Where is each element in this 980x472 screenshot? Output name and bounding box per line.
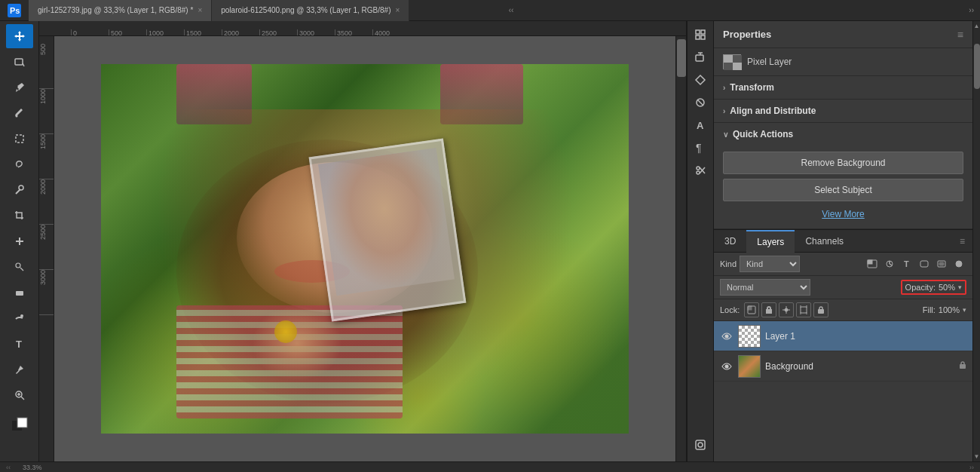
eraser-tool[interactable] (6, 280, 33, 305)
move-tool[interactable] (6, 24, 33, 48)
pen-tool[interactable] (6, 357, 33, 382)
frame-icon-btn[interactable] (690, 434, 711, 455)
transform-section-header[interactable]: › Transform (714, 76, 972, 99)
opacity-value[interactable]: 50% (939, 283, 955, 292)
fill-chevron[interactable]: ▾ (963, 306, 966, 314)
collapse-left-arrow[interactable]: ‹‹ (509, 6, 514, 14)
nav-right-arrow[interactable]: ›› (969, 464, 974, 471)
blend-mode-dropdown[interactable]: Normal (720, 279, 810, 296)
opacity-chevron[interactable]: ▾ (958, 284, 962, 291)
lock-position-btn[interactable] (779, 302, 794, 317)
smudge-tool[interactable] (6, 306, 33, 330)
tab-layers[interactable]: Layers (746, 230, 795, 253)
quick-actions-header[interactable]: ∨ Quick Actions (714, 123, 972, 146)
layers-tab-menu[interactable]: ≡ (952, 236, 972, 247)
brush-tool[interactable] (6, 101, 33, 125)
scissors-icon-btn[interactable] (690, 160, 711, 181)
properties-icon-btn[interactable] (690, 24, 711, 45)
status-text: 33.3% (23, 464, 42, 471)
properties-title: Properties (723, 29, 771, 40)
kind-shape-icon[interactable] (917, 256, 932, 271)
background-visibility-toggle[interactable] (720, 360, 733, 373)
scrollbar-vertical[interactable] (675, 36, 686, 461)
tab-girl-close[interactable]: × (198, 6, 202, 14)
svg-text:A: A (697, 120, 704, 131)
select-subject-button[interactable]: Select Subject (723, 179, 963, 201)
lock-transparency-btn[interactable] (744, 302, 759, 317)
kind-fill-icon[interactable] (951, 256, 966, 271)
clone-stamp-tool[interactable] (6, 255, 33, 279)
quick-actions-content: Remove Background Select Subject View Mo… (714, 146, 972, 228)
properties-menu-btn[interactable]: ≡ (957, 29, 963, 41)
lock-pixels-btn[interactable] (761, 302, 776, 317)
kind-type-icon[interactable]: T (899, 256, 914, 271)
kind-smart-icon[interactable] (934, 256, 949, 271)
layers-list: Layer 1 Background (714, 321, 972, 461)
crop-tool[interactable] (6, 204, 33, 228)
scrollbar-up-arrow[interactable]: ▲ (973, 21, 980, 31)
svg-point-10 (20, 314, 23, 317)
opacity-row: Opacity: 50% ▾ (901, 280, 966, 295)
foreground-color[interactable] (6, 413, 33, 437)
tab-3d[interactable]: 3D (714, 230, 746, 253)
left-toolbar: T (0, 21, 39, 461)
svg-rect-18 (696, 30, 700, 34)
svg-point-8 (16, 263, 20, 268)
transform-section: › Transform (714, 76, 972, 100)
rectangle-select-tool[interactable] (6, 127, 33, 151)
ruler-left-1500: 1500 (39, 134, 54, 179)
svg-rect-40 (920, 261, 928, 267)
pixel-layer-row: Pixel Layer (714, 48, 972, 76)
layer-item-background[interactable]: Background (714, 351, 972, 382)
magic-wand-tool[interactable] (6, 178, 33, 202)
layers-kind-toolbar: Kind Kind (714, 253, 972, 276)
ruler-left-1000: 1000 (39, 89, 54, 134)
svg-text:T: T (904, 259, 909, 268)
svg-point-7 (19, 185, 23, 190)
background-lock-icon (959, 360, 966, 372)
tab-polaroid-close[interactable]: × (396, 6, 400, 14)
lock-all-btn[interactable] (813, 302, 828, 317)
kind-pixel-icon[interactable] (865, 256, 880, 271)
align-section-header[interactable]: › Align and Distribute (714, 100, 972, 122)
scrollbar-thumb[interactable] (974, 44, 980, 89)
canvas-image (101, 64, 629, 434)
tab-girl-label: girl-1252739.jpg @ 33,3% (Layer 1, RGB/8… (38, 6, 193, 14)
kind-adjustment-icon[interactable] (882, 256, 897, 271)
panel-scrollbar[interactable]: ▲ ▼ (972, 21, 980, 461)
view-more-link[interactable]: View More (723, 209, 963, 219)
lasso-tool[interactable] (6, 152, 33, 176)
fill-value[interactable]: 100% (939, 305, 960, 314)
text-tool[interactable]: T (6, 332, 33, 356)
tab-channels[interactable]: Channels (795, 230, 854, 253)
paragraph-icon-btn[interactable]: ¶ (690, 137, 711, 158)
canvas-viewport[interactable] (54, 36, 675, 461)
scrollbar-down-arrow[interactable]: ▼ (973, 452, 980, 461)
kind-label: Kind (720, 259, 737, 268)
lock-fill-row: Lock: (714, 299, 972, 321)
lock-artboard-btn[interactable] (796, 302, 811, 317)
layer1-name: Layer 1 (765, 331, 966, 342)
align-icon-btn[interactable] (690, 92, 711, 113)
selection-tool[interactable] (6, 50, 33, 74)
transform-icon-btn[interactable] (690, 69, 711, 90)
layer-item-layer1[interactable]: Layer 1 (714, 321, 972, 351)
layer1-thumbnail (738, 325, 761, 348)
remove-background-button[interactable]: Remove Background (723, 152, 963, 174)
ruler-mark-1000: 1000 (146, 29, 184, 35)
add-layer-icon-btn[interactable] (690, 47, 711, 68)
tab-polaroid-image[interactable]: polaroid-6125400.png @ 33,3% (Layer 1, R… (212, 0, 409, 21)
collapse-right-arrow[interactable]: ›› (969, 6, 974, 14)
app-icon: Ps (6, 2, 23, 19)
kind-dropdown[interactable]: Kind (740, 256, 800, 272)
eyedropper-tool[interactable] (6, 75, 33, 100)
svg-rect-5 (16, 135, 23, 143)
nav-left-arrow[interactable]: ‹‹ (6, 464, 11, 471)
transform-label: Transform (730, 82, 774, 93)
zoom-tool[interactable] (6, 383, 33, 407)
healing-tool[interactable] (6, 229, 33, 253)
fill-label: Fill: (923, 305, 936, 314)
text-icon-btn[interactable]: A (690, 115, 711, 136)
tab-girl-image[interactable]: girl-1252739.jpg @ 33,3% (Layer 1, RGB/8… (29, 0, 212, 21)
layer1-visibility-toggle[interactable] (720, 329, 733, 343)
